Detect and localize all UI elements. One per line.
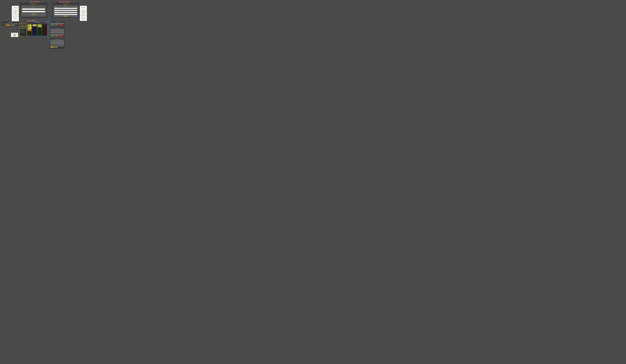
edit-task-tags-input[interactable] — [50, 34, 64, 35]
card-edit-button[interactable]: ✎ — [31, 29, 31, 30]
signup-page: Task Pro Sign Up Username Email Password… — [52, 2, 79, 18]
sidebar-my-boards: My Boards — [20, 24, 26, 25]
sign-out-button[interactable]: Sign Out — [12, 36, 18, 37]
cancel-new-task-button[interactable]: Cancel — [55, 46, 58, 47]
edit-board-title: Edit Board — [50, 22, 64, 23]
completed-title: Completed (0) — [42, 24, 47, 24]
settings-label[interactable]: Settings — [20, 36, 26, 36]
task-manager-header: Task Manager ⊞ — [27, 21, 47, 23]
kanban-area: Backlog (2) Setup App Frontend and Backe… — [27, 23, 47, 36]
toggle-label: Toggle Light/ Dark Mode — [12, 33, 18, 35]
card-tag: Tag — [28, 26, 29, 26]
card-text: Setup App Frontend and Backend — [28, 25, 31, 26]
edit-board-panel: Edit Board Save Edit Cancel Delete Board — [50, 21, 65, 27]
card-tag: Tag — [28, 29, 29, 30]
card-text: Create Github RepoSetup App Frontend and… — [28, 27, 31, 29]
save-edit-button[interactable]: Save Edit — [50, 25, 55, 26]
login-password-input[interactable] — [22, 11, 45, 12]
login-password-label: Password — [22, 10, 45, 11]
card-text: Nothing else — [38, 26, 41, 27]
add-card-button[interactable]: Add Card — [50, 46, 54, 47]
kanban-card[interactable]: Plan out UI and API routesNotes here uhs… — [33, 25, 37, 26]
login-submit-button[interactable]: Log In — [32, 14, 36, 15]
backlog-title: Backlog (2) — [27, 24, 32, 24]
new-task-status-input[interactable] — [50, 41, 64, 42]
new-board-btn-row: Create Board Cancel — [2, 25, 18, 26]
edit-task-name-input[interactable] — [50, 29, 64, 30]
new-task-notes-input[interactable] — [50, 42, 64, 45]
cancel-new-board-button[interactable]: Cancel — [11, 25, 15, 26]
signup-password-input[interactable] — [54, 12, 77, 13]
card-text: Plan out UI and API routesNotes here uhs… — [33, 25, 36, 26]
edit-task-title: Edit Task Card — [50, 28, 64, 29]
new-task-title: New Task Card — [50, 39, 64, 39]
edit-board-name-input[interactable] — [50, 23, 64, 24]
edit-task-status-input[interactable] — [50, 30, 64, 31]
kanban-col-inreview: In Review (2) Come up with idea Tag Noth… — [37, 23, 42, 35]
new-task-tags-input[interactable] — [50, 45, 64, 46]
board-name-input[interactable] — [6, 23, 18, 24]
signup-username-input[interactable] — [54, 8, 77, 9]
sidebar-item-task-manager[interactable]: Task Manager — [20, 28, 26, 29]
signup-form: Sign Up Username Email Password Confirm … — [53, 5, 78, 17]
sidebar: Hello, Username My Boards Create New Boa… — [20, 22, 27, 37]
card-tag: Tag — [38, 25, 39, 26]
kanban-card[interactable]: Create Github RepoSetup App Frontend and… — [27, 27, 32, 30]
delete-card-button[interactable]: Delete Card — [58, 35, 63, 36]
toggle-close-button[interactable]: X — [17, 33, 18, 34]
inprogress-title: In Progress (1) — [33, 24, 37, 24]
login-signup-link[interactable]: Sign Up — [36, 15, 38, 16]
sidebar-item-random-task[interactable]: Random Task — [20, 31, 26, 32]
toggle-knob — [14, 35, 14, 36]
add-new-task-button[interactable]: Add new task Card + — [27, 30, 32, 31]
login-username-input[interactable] — [22, 8, 45, 10]
sidebar-header: Hello, Username My Boards — [20, 22, 26, 25]
kanban-card[interactable]: Setup App Frontend and Backend Tag — [27, 25, 32, 27]
create-new-board-button[interactable]: Create New Board + — [20, 26, 26, 27]
task-manager-panel: Task Manager ⊞ Backlog (2) Setup App Fro… — [26, 21, 47, 36]
signup-form-title: Sign Up — [54, 6, 77, 7]
cancel-edit-task-button[interactable]: Cancel — [55, 35, 58, 36]
cancel-edit-board-button[interactable]: Cancel — [55, 25, 58, 26]
create-board-button[interactable]: Create Board — [5, 25, 11, 26]
save-card-button[interactable]: Save Card — [50, 35, 55, 36]
login-error-text: Incorrect Username or Password — [22, 13, 45, 13]
edit-task-panel: Edit Task Card Save Card Cancel Delete C… — [50, 27, 65, 37]
edit-task-notes-input[interactable] — [50, 32, 64, 33]
signup-submit-button[interactable]: Sign Up — [64, 16, 68, 17]
kanban-card[interactable]: Nothing else Tag — [38, 26, 41, 27]
new-task-panel: New Task Card Add Card Cancel — [50, 38, 65, 49]
kanban-col-completed: Completed (0) — [42, 23, 47, 35]
login-page: Task Pro Log In Username Password Incorr… — [20, 2, 47, 18]
kanban-col-backlog: Backlog (2) Setup App Frontend and Backe… — [27, 23, 32, 35]
edit-board-btn-row: Save Edit Cancel Delete Board — [50, 25, 64, 26]
login-username-label: Username — [22, 8, 45, 8]
new-task-btn-row: Add Card Cancel — [50, 46, 64, 47]
task-manager-corner-button[interactable]: ⊞ — [46, 22, 47, 23]
dark-mode-toggle[interactable] — [13, 35, 16, 36]
signup-confirm-label: Confirm Password — [54, 13, 77, 14]
inreview-title: In Review (2) — [38, 24, 41, 24]
signup-email-input[interactable] — [54, 10, 77, 11]
toggle-panel: X Toggle Light/ Dark Mode Sign Out — [11, 33, 18, 37]
signup-app-title: Task Pro — [52, 3, 79, 5]
signup-username-label: Username — [54, 7, 77, 8]
new-board-title: New Board — [2, 22, 18, 23]
signup-email-label: Email — [54, 9, 77, 10]
board-name-row: Board Name: — [2, 23, 18, 24]
new-board-panel: New Board Board Name: Create Board Cance… — [1, 21, 19, 26]
sidebar-item-another-board[interactable]: Another Board — [20, 32, 26, 33]
login-no-account-text: Don't have an account? Sign Up — [22, 15, 45, 16]
signup-info-box: Post request api: /signup Save username … — [80, 6, 87, 21]
signup-confirm-input[interactable] — [54, 14, 77, 15]
sidebar-item-job-hunt[interactable]: Job Hunt — [20, 29, 26, 31]
login-form: Log In Username Password Incorrect Usern… — [21, 5, 46, 17]
login-form-title: Log In — [22, 6, 45, 7]
card-text: Come up with idea — [38, 25, 41, 25]
card-tag: Tag — [38, 27, 39, 27]
board-list: Task Manager Job Hunt Random Task Anothe… — [20, 28, 26, 33]
kanban-col-inprogress: In Progress (1) Plan out UI and API rout… — [32, 23, 37, 35]
new-task-name-input[interactable] — [50, 40, 64, 41]
kanban-card[interactable]: Come up with idea Tag — [38, 25, 41, 26]
delete-board-button[interactable]: Delete Board — [58, 25, 63, 26]
